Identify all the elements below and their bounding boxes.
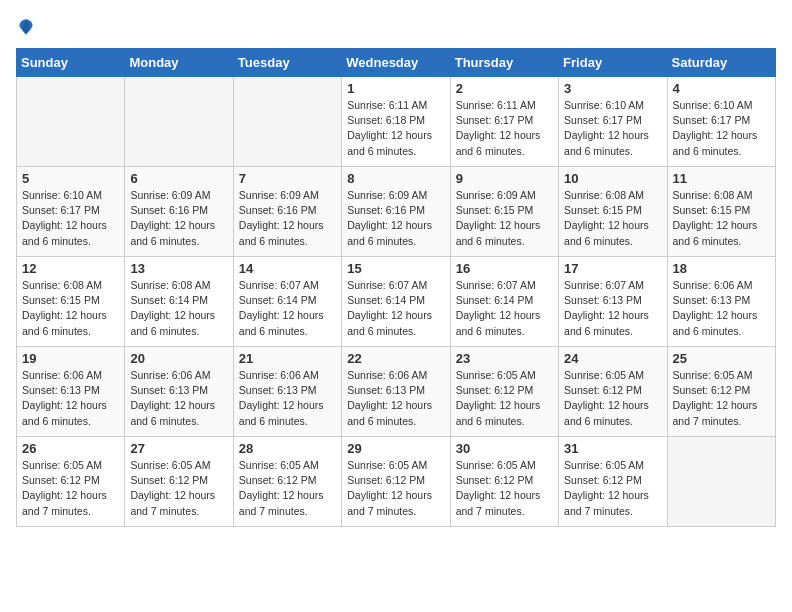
calendar-cell: 19Sunrise: 6:06 AM Sunset: 6:13 PM Dayli… <box>17 347 125 437</box>
day-info: Sunrise: 6:09 AM Sunset: 6:16 PM Dayligh… <box>130 188 227 249</box>
day-number: 4 <box>673 81 770 96</box>
day-number: 22 <box>347 351 444 366</box>
calendar-cell: 7Sunrise: 6:09 AM Sunset: 6:16 PM Daylig… <box>233 167 341 257</box>
day-info: Sunrise: 6:10 AM Sunset: 6:17 PM Dayligh… <box>564 98 661 159</box>
calendar-cell: 31Sunrise: 6:05 AM Sunset: 6:12 PM Dayli… <box>559 437 667 527</box>
calendar-week-2: 5Sunrise: 6:10 AM Sunset: 6:17 PM Daylig… <box>17 167 776 257</box>
calendar-cell: 18Sunrise: 6:06 AM Sunset: 6:13 PM Dayli… <box>667 257 775 347</box>
day-number: 1 <box>347 81 444 96</box>
column-header-tuesday: Tuesday <box>233 49 341 77</box>
calendar-cell: 5Sunrise: 6:10 AM Sunset: 6:17 PM Daylig… <box>17 167 125 257</box>
day-info: Sunrise: 6:06 AM Sunset: 6:13 PM Dayligh… <box>239 368 336 429</box>
day-number: 11 <box>673 171 770 186</box>
day-number: 20 <box>130 351 227 366</box>
day-info: Sunrise: 6:06 AM Sunset: 6:13 PM Dayligh… <box>347 368 444 429</box>
day-info: Sunrise: 6:05 AM Sunset: 6:12 PM Dayligh… <box>130 458 227 519</box>
column-header-thursday: Thursday <box>450 49 558 77</box>
day-info: Sunrise: 6:08 AM Sunset: 6:15 PM Dayligh… <box>22 278 119 339</box>
calendar-cell: 24Sunrise: 6:05 AM Sunset: 6:12 PM Dayli… <box>559 347 667 437</box>
calendar-cell <box>17 77 125 167</box>
calendar-cell: 12Sunrise: 6:08 AM Sunset: 6:15 PM Dayli… <box>17 257 125 347</box>
calendar-cell: 16Sunrise: 6:07 AM Sunset: 6:14 PM Dayli… <box>450 257 558 347</box>
calendar-cell: 14Sunrise: 6:07 AM Sunset: 6:14 PM Dayli… <box>233 257 341 347</box>
day-number: 12 <box>22 261 119 276</box>
calendar-cell: 27Sunrise: 6:05 AM Sunset: 6:12 PM Dayli… <box>125 437 233 527</box>
calendar-cell: 20Sunrise: 6:06 AM Sunset: 6:13 PM Dayli… <box>125 347 233 437</box>
day-info: Sunrise: 6:05 AM Sunset: 6:12 PM Dayligh… <box>239 458 336 519</box>
page-header <box>16 16 776 36</box>
day-number: 5 <box>22 171 119 186</box>
day-info: Sunrise: 6:07 AM Sunset: 6:13 PM Dayligh… <box>564 278 661 339</box>
day-info: Sunrise: 6:05 AM Sunset: 6:12 PM Dayligh… <box>22 458 119 519</box>
day-info: Sunrise: 6:11 AM Sunset: 6:18 PM Dayligh… <box>347 98 444 159</box>
day-info: Sunrise: 6:06 AM Sunset: 6:13 PM Dayligh… <box>130 368 227 429</box>
day-number: 24 <box>564 351 661 366</box>
calendar-header-row: SundayMondayTuesdayWednesdayThursdayFrid… <box>17 49 776 77</box>
column-header-friday: Friday <box>559 49 667 77</box>
day-number: 19 <box>22 351 119 366</box>
calendar-week-5: 26Sunrise: 6:05 AM Sunset: 6:12 PM Dayli… <box>17 437 776 527</box>
calendar-cell: 4Sunrise: 6:10 AM Sunset: 6:17 PM Daylig… <box>667 77 775 167</box>
day-info: Sunrise: 6:09 AM Sunset: 6:16 PM Dayligh… <box>239 188 336 249</box>
day-info: Sunrise: 6:05 AM Sunset: 6:12 PM Dayligh… <box>456 458 553 519</box>
calendar-week-3: 12Sunrise: 6:08 AM Sunset: 6:15 PM Dayli… <box>17 257 776 347</box>
day-info: Sunrise: 6:05 AM Sunset: 6:12 PM Dayligh… <box>564 368 661 429</box>
column-header-sunday: Sunday <box>17 49 125 77</box>
day-info: Sunrise: 6:08 AM Sunset: 6:15 PM Dayligh… <box>564 188 661 249</box>
calendar-cell: 3Sunrise: 6:10 AM Sunset: 6:17 PM Daylig… <box>559 77 667 167</box>
day-info: Sunrise: 6:05 AM Sunset: 6:12 PM Dayligh… <box>456 368 553 429</box>
calendar-cell: 26Sunrise: 6:05 AM Sunset: 6:12 PM Dayli… <box>17 437 125 527</box>
calendar-cell: 30Sunrise: 6:05 AM Sunset: 6:12 PM Dayli… <box>450 437 558 527</box>
calendar-cell: 29Sunrise: 6:05 AM Sunset: 6:12 PM Dayli… <box>342 437 450 527</box>
day-number: 10 <box>564 171 661 186</box>
calendar-cell: 8Sunrise: 6:09 AM Sunset: 6:16 PM Daylig… <box>342 167 450 257</box>
calendar-cell: 11Sunrise: 6:08 AM Sunset: 6:15 PM Dayli… <box>667 167 775 257</box>
column-header-monday: Monday <box>125 49 233 77</box>
day-number: 9 <box>456 171 553 186</box>
day-info: Sunrise: 6:07 AM Sunset: 6:14 PM Dayligh… <box>347 278 444 339</box>
day-number: 2 <box>456 81 553 96</box>
calendar-cell: 17Sunrise: 6:07 AM Sunset: 6:13 PM Dayli… <box>559 257 667 347</box>
calendar-cell: 6Sunrise: 6:09 AM Sunset: 6:16 PM Daylig… <box>125 167 233 257</box>
day-number: 13 <box>130 261 227 276</box>
day-info: Sunrise: 6:06 AM Sunset: 6:13 PM Dayligh… <box>22 368 119 429</box>
calendar-cell: 9Sunrise: 6:09 AM Sunset: 6:15 PM Daylig… <box>450 167 558 257</box>
logo-icon <box>16 16 36 36</box>
day-number: 23 <box>456 351 553 366</box>
day-info: Sunrise: 6:05 AM Sunset: 6:12 PM Dayligh… <box>673 368 770 429</box>
calendar-cell <box>667 437 775 527</box>
calendar-cell: 1Sunrise: 6:11 AM Sunset: 6:18 PM Daylig… <box>342 77 450 167</box>
calendar-cell <box>233 77 341 167</box>
day-number: 18 <box>673 261 770 276</box>
calendar-cell: 13Sunrise: 6:08 AM Sunset: 6:14 PM Dayli… <box>125 257 233 347</box>
day-number: 27 <box>130 441 227 456</box>
day-info: Sunrise: 6:05 AM Sunset: 6:12 PM Dayligh… <box>347 458 444 519</box>
calendar-cell: 23Sunrise: 6:05 AM Sunset: 6:12 PM Dayli… <box>450 347 558 437</box>
calendar-cell: 25Sunrise: 6:05 AM Sunset: 6:12 PM Dayli… <box>667 347 775 437</box>
column-header-wednesday: Wednesday <box>342 49 450 77</box>
calendar-table: SundayMondayTuesdayWednesdayThursdayFrid… <box>16 48 776 527</box>
day-number: 17 <box>564 261 661 276</box>
calendar-cell <box>125 77 233 167</box>
day-info: Sunrise: 6:07 AM Sunset: 6:14 PM Dayligh… <box>456 278 553 339</box>
day-number: 14 <box>239 261 336 276</box>
day-number: 28 <box>239 441 336 456</box>
calendar-cell: 22Sunrise: 6:06 AM Sunset: 6:13 PM Dayli… <box>342 347 450 437</box>
day-info: Sunrise: 6:09 AM Sunset: 6:15 PM Dayligh… <box>456 188 553 249</box>
day-info: Sunrise: 6:08 AM Sunset: 6:15 PM Dayligh… <box>673 188 770 249</box>
day-number: 30 <box>456 441 553 456</box>
day-number: 8 <box>347 171 444 186</box>
day-info: Sunrise: 6:05 AM Sunset: 6:12 PM Dayligh… <box>564 458 661 519</box>
day-number: 26 <box>22 441 119 456</box>
calendar-cell: 15Sunrise: 6:07 AM Sunset: 6:14 PM Dayli… <box>342 257 450 347</box>
day-info: Sunrise: 6:08 AM Sunset: 6:14 PM Dayligh… <box>130 278 227 339</box>
day-number: 7 <box>239 171 336 186</box>
calendar-week-4: 19Sunrise: 6:06 AM Sunset: 6:13 PM Dayli… <box>17 347 776 437</box>
day-number: 29 <box>347 441 444 456</box>
calendar-week-1: 1Sunrise: 6:11 AM Sunset: 6:18 PM Daylig… <box>17 77 776 167</box>
day-number: 15 <box>347 261 444 276</box>
day-number: 31 <box>564 441 661 456</box>
day-info: Sunrise: 6:11 AM Sunset: 6:17 PM Dayligh… <box>456 98 553 159</box>
day-info: Sunrise: 6:10 AM Sunset: 6:17 PM Dayligh… <box>673 98 770 159</box>
day-number: 6 <box>130 171 227 186</box>
